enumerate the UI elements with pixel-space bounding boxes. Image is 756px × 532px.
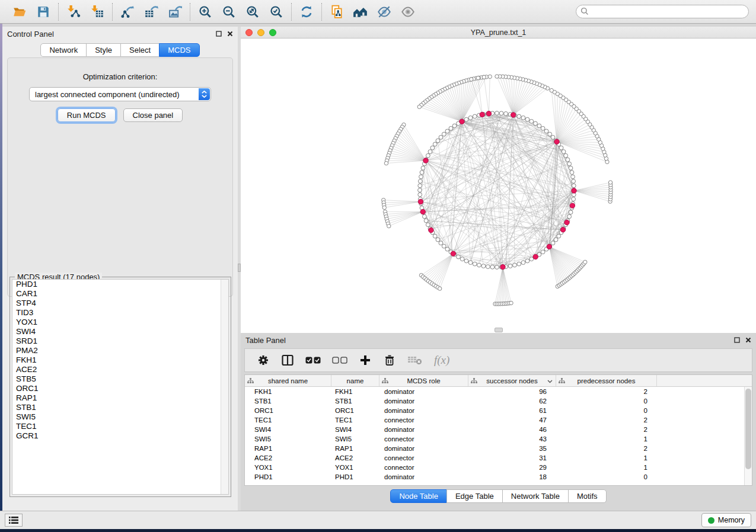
network-canvas[interactable] [241,39,756,333]
zoom-out-icon[interactable] [221,4,237,20]
tab-network[interactable]: Network [40,43,87,57]
mcds-result-item[interactable]: SWI5 [12,412,228,422]
houses-icon[interactable] [353,4,368,20]
mcds-result-item[interactable]: PHD1 [12,280,228,289]
eye-icon[interactable] [400,4,416,20]
task-list-icon [9,516,18,524]
column-header-MCDS-role[interactable]: MCDS role [379,375,468,386]
optimization-criterion-select[interactable]: largest connected component (undirected) [29,87,211,101]
cell-successor-nodes: 62 [468,396,556,406]
table-row[interactable]: ORC1ORC1dominator610 [245,406,744,415]
clone-network-icon[interactable] [329,4,344,20]
cell-successor-nodes: 35 [468,444,556,453]
mcds-result-item[interactable]: PMA2 [12,346,228,355]
mcds-result-item[interactable]: ORC1 [12,384,228,393]
tab-edge-table[interactable]: Edge Table [446,489,503,503]
table-scrollbar[interactable] [744,387,752,485]
show-columns-icon[interactable] [281,354,294,367]
table-scroll-thumb[interactable] [745,389,751,469]
float-panel-icon[interactable] [216,31,222,37]
column-header-shared-name[interactable]: shared name [245,375,331,386]
cell-MCDS-role: connector [379,463,468,472]
table-row[interactable]: TEC1TEC1connector472 [245,415,744,425]
zoom-in-icon[interactable] [197,4,213,20]
tab-node-table[interactable]: Node Table [390,489,447,503]
cell-predecessor-nodes: 2 [556,425,657,434]
table-row[interactable]: ACE2ACE2connector311 [245,453,744,463]
import-table-icon[interactable] [90,4,105,20]
mcds-result-item[interactable]: TID3 [12,308,228,318]
memory-label: Memory [718,516,745,524]
table-row[interactable]: RAP1RAP1dominator352 [245,444,744,453]
mcds-result-item[interactable]: STB5 [12,374,228,384]
mcds-result-item[interactable]: STB1 [12,403,228,412]
open-folder-icon[interactable] [12,4,27,20]
cell-MCDS-role: dominator [379,472,468,482]
canvas-scroll-grip[interactable] [495,328,503,332]
table-row[interactable]: STB1STB1dominator620 [245,396,744,406]
mcds-result-item[interactable]: GCR1 [12,431,228,441]
network-graph[interactable] [241,39,756,333]
tab-motifs[interactable]: Motifs [568,489,607,503]
result-list-scrollbar[interactable] [221,280,228,494]
add-column-icon[interactable] [359,354,372,367]
right-column: YPA_prune.txt_1 Table Panel [241,27,756,511]
table-row[interactable]: FKH1FKH1dominator962 [245,387,744,396]
cell-shared-name: RAP1 [245,444,331,453]
mcds-result-item[interactable]: SRD1 [12,336,228,346]
delete-table-icon[interactable] [407,355,423,366]
cell-MCDS-role: dominator [379,444,468,453]
function-builder-icon[interactable]: f(x) [434,354,449,367]
export-image-icon[interactable] [167,4,183,20]
run-mcds-button[interactable]: Run MCDS [58,108,116,122]
column-header-name[interactable]: name [331,375,379,386]
mcds-result-item[interactable]: ACE2 [12,365,228,374]
search-field [576,5,749,18]
main-toolbar [0,0,756,24]
delete-column-trash-icon[interactable] [383,354,396,367]
deselect-all-checkboxes-icon[interactable] [332,356,347,364]
cell-name: SWI4 [331,425,379,434]
zoom-selected-icon[interactable] [269,4,284,20]
node-table[interactable]: shared namenameMCDS rolesuccessor nodesp… [244,374,752,486]
mcds-result-item[interactable]: YOX1 [12,318,228,327]
zoom-fit-icon[interactable] [245,4,260,20]
cell-predecessor-nodes: 1 [556,453,657,463]
cell-name: YOX1 [331,463,379,472]
column-header-predecessor-nodes[interactable]: predecessor nodes [556,375,657,386]
table-settings-gear-icon[interactable] [257,354,270,367]
cell-successor-nodes: 47 [468,415,556,425]
task-monitor-button[interactable] [5,514,23,527]
hide-graphics-details-icon[interactable] [377,4,392,20]
search-input[interactable] [576,5,749,18]
mcds-result-list[interactable]: PHD1CAR1STP4TID3YOX1SWI4SRD1PMA2FKH1ACE2… [12,279,229,495]
tab-mcds[interactable]: MCDS [159,43,199,57]
mcds-result-item[interactable]: CAR1 [12,289,228,299]
float-panel-icon[interactable] [734,337,740,343]
mcds-result-item[interactable]: RAP1 [12,393,228,403]
export-network-icon[interactable] [120,4,135,20]
mcds-result-item[interactable]: SWI4 [12,327,228,336]
select-all-checkboxes-icon[interactable] [305,356,321,364]
table-row[interactable]: SWI4SWI4dominator462 [245,425,744,434]
table-row[interactable]: YOX1YOX1connector291 [245,463,744,472]
mcds-result-item[interactable]: FKH1 [12,355,228,365]
close-panel-button[interactable]: Close panel [123,108,183,122]
mcds-result-item[interactable]: TEC1 [12,422,228,431]
table-row[interactable]: SWI5SWI5connector431 [245,434,744,444]
cell-successor-nodes: 29 [468,463,556,472]
tab-select[interactable]: Select [120,43,160,57]
tab-network-table[interactable]: Network Table [502,489,569,503]
tab-style[interactable]: Style [86,43,121,57]
column-header-successor-nodes[interactable]: successor nodes [468,375,556,386]
import-network-icon[interactable] [66,4,81,20]
close-panel-icon[interactable] [227,31,233,37]
table-row[interactable]: PHD1PHD1dominator180 [245,472,744,482]
close-panel-icon[interactable] [745,337,751,343]
cell-name: STB1 [331,396,379,406]
mcds-result-item[interactable]: STP4 [12,299,228,308]
memory-button[interactable]: Memory [701,513,751,527]
refresh-icon[interactable] [299,4,314,20]
export-table-icon[interactable] [143,4,159,20]
save-icon[interactable] [36,4,51,20]
